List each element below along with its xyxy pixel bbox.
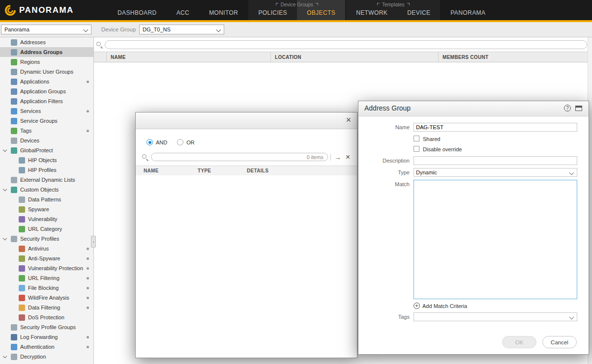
- picker-result-list: [136, 175, 357, 358]
- sidebar-item-label: URL Category: [28, 226, 62, 232]
- dynamic-user-groups-icon: [11, 69, 17, 75]
- sidebar-item-data-patterns[interactable]: Data Patterns: [0, 195, 93, 204]
- match-textarea[interactable]: [414, 180, 577, 299]
- add-match-criteria-button[interactable]: + Add Match Criteria: [414, 303, 467, 309]
- sidebar-item-antivirus[interactable]: Antivirus: [0, 244, 93, 253]
- application-filters-icon: [11, 98, 17, 105]
- sidebar-item-globalprotect[interactable]: GlobalProtect: [0, 145, 93, 155]
- description-field[interactable]: [414, 156, 577, 165]
- clear-filter-icon[interactable]: ×: [345, 153, 351, 161]
- name-field[interactable]: [414, 123, 577, 132]
- cancel-button[interactable]: Cancel: [542, 336, 577, 348]
- sidebar-item-url-category[interactable]: URL Category: [0, 224, 93, 234]
- address-groups-table-header: NAME LOCATION MEMBERS COUNT: [94, 52, 588, 62]
- sidebar-item-wildfire-analysis[interactable]: WildFire Analysis: [0, 293, 93, 303]
- dialog-titlebar[interactable]: ×: [136, 112, 357, 129]
- sidebar-item-authentication[interactable]: Authentication: [0, 342, 93, 352]
- sidebar-item-log-forwarding[interactable]: Log Forwarding: [0, 332, 93, 342]
- picker-header-type[interactable]: TYPE: [198, 168, 247, 173]
- sidebar-item-application-filters[interactable]: Application Filters: [0, 96, 93, 106]
- picker-header-name[interactable]: NAME: [136, 168, 198, 173]
- file-blocking-icon: [19, 285, 25, 291]
- sidebar-item-external-dynamic-lists[interactable]: External Dynamic Lists: [0, 175, 93, 185]
- device-group-label: Device Group: [101, 27, 136, 32]
- chevron-down-icon[interactable]: [3, 354, 7, 358]
- security-profiles-icon: [11, 236, 17, 242]
- sidebar-item-decryption[interactable]: Decryption: [0, 352, 93, 362]
- sidebar-item-devices[interactable]: Devices: [0, 136, 93, 145]
- table-header-members-count[interactable]: MEMBERS COUNT: [439, 52, 588, 62]
- sidebar-item-label: HIP Objects: [28, 157, 57, 163]
- sidebar-item-service-groups[interactable]: Service Groups: [0, 116, 93, 126]
- name-label: Name: [358, 124, 410, 130]
- close-icon[interactable]: ×: [346, 115, 351, 125]
- sidebar-item-security-profile-groups[interactable]: Security Profile Groups: [0, 322, 93, 332]
- panorama-logo: PANORAMA: [0, 0, 101, 20]
- sidebar-item-dos-protection[interactable]: DoS Protection: [0, 312, 93, 322]
- status-dot: [87, 110, 89, 112]
- sidebar-item-spyware[interactable]: Spyware: [0, 204, 93, 214]
- sidebar-item-applications[interactable]: Applications: [0, 77, 93, 86]
- sidebar-collapse-handle[interactable]: ‹: [91, 236, 96, 248]
- sidebar-item-addresses[interactable]: Addresses: [0, 37, 93, 47]
- sidebar-item-data-filtering[interactable]: Data Filtering: [0, 303, 93, 312]
- context-select[interactable]: Panorama: [1, 25, 91, 34]
- device-group-select[interactable]: DG_T0_NS: [139, 25, 224, 34]
- sidebar-item-address-groups[interactable]: Address Groups: [0, 47, 93, 57]
- vulnerability-icon: [19, 216, 25, 223]
- status-dot: [87, 287, 89, 289]
- table-header-name[interactable]: NAME: [107, 52, 271, 62]
- device-groups-tab-group: Device Groups POLICIES OBJECTS: [248, 0, 345, 20]
- search-input[interactable]: [105, 40, 587, 49]
- decryption-icon: [11, 354, 17, 360]
- sidebar-item-anti-spyware[interactable]: Anti-Spyware: [0, 253, 93, 263]
- picker-table-header: NAME TYPE DETAILS: [136, 166, 357, 176]
- sidebar-item-hip-profiles[interactable]: HIP Profiles: [0, 165, 93, 175]
- and-radio[interactable]: [147, 139, 153, 145]
- tab-dashboard[interactable]: DASHBOARD: [108, 0, 167, 20]
- address-groups-icon: [11, 49, 17, 56]
- sidebar-item-url-filtering[interactable]: URL Filtering: [0, 273, 93, 283]
- sidebar-item-hip-objects[interactable]: HIP Objects: [0, 155, 93, 165]
- docs-icon[interactable]: [575, 106, 582, 111]
- chevron-down-icon[interactable]: [3, 187, 7, 191]
- chevron-down-icon[interactable]: [3, 236, 7, 240]
- sidebar-item-file-blocking[interactable]: File Blocking: [0, 283, 93, 293]
- tab-monitor[interactable]: MONITOR: [199, 0, 248, 20]
- context-select-value: Panorama: [4, 27, 30, 32]
- chevron-down-icon: [216, 28, 221, 32]
- sidebar-item-dynamic-user-groups[interactable]: Dynamic User Groups: [0, 67, 93, 77]
- tab-acc[interactable]: ACC: [167, 0, 200, 20]
- dialog-titlebar[interactable]: Address Group ?: [358, 101, 589, 116]
- sidebar-item-regions[interactable]: Regions: [0, 57, 93, 67]
- sidebar-item-tags[interactable]: Tags: [0, 126, 93, 136]
- type-select[interactable]: Dynamic: [414, 168, 577, 177]
- or-radio[interactable]: [177, 139, 183, 145]
- shared-checkbox[interactable]: [414, 136, 419, 141]
- sidebar-item-label: Security Profiles: [20, 236, 59, 242]
- tab-panorama[interactable]: PANORAMA: [441, 0, 495, 20]
- wildfire-analysis-icon: [19, 295, 25, 301]
- ok-button[interactable]: OK: [502, 336, 536, 348]
- sidebar-item-application-groups[interactable]: Application Groups: [0, 86, 93, 96]
- picker-search-bar: 0 items → ×: [142, 152, 351, 162]
- sidebar-item-services[interactable]: Services: [0, 106, 93, 116]
- chevron-down-icon: [569, 170, 574, 175]
- sidebar-item-vulnerability-protection[interactable]: Vulnerability Protection: [0, 263, 93, 273]
- picker-header-details[interactable]: DETAILS: [247, 168, 357, 173]
- table-header-location[interactable]: LOCATION: [271, 52, 439, 62]
- disable-override-label: Disable override: [423, 146, 462, 152]
- type-select-value: Dynamic: [416, 169, 437, 175]
- shared-label: Shared: [423, 136, 440, 142]
- filter-input[interactable]: [155, 154, 305, 160]
- sidebar-item-security-profiles[interactable]: Security Profiles: [0, 234, 93, 244]
- tags-select[interactable]: [414, 312, 577, 321]
- sidebar-item-vulnerability[interactable]: Vulnerability: [0, 214, 93, 224]
- help-icon[interactable]: ?: [564, 105, 571, 112]
- sidebar-item-custom-objects[interactable]: Custom Objects: [0, 185, 93, 195]
- disable-override-checkbox[interactable]: [414, 146, 419, 152]
- chevron-down-icon[interactable]: [3, 148, 7, 152]
- status-dot: [87, 257, 89, 260]
- apply-filter-arrow-icon[interactable]: →: [333, 154, 342, 161]
- match-label: Match: [358, 181, 410, 187]
